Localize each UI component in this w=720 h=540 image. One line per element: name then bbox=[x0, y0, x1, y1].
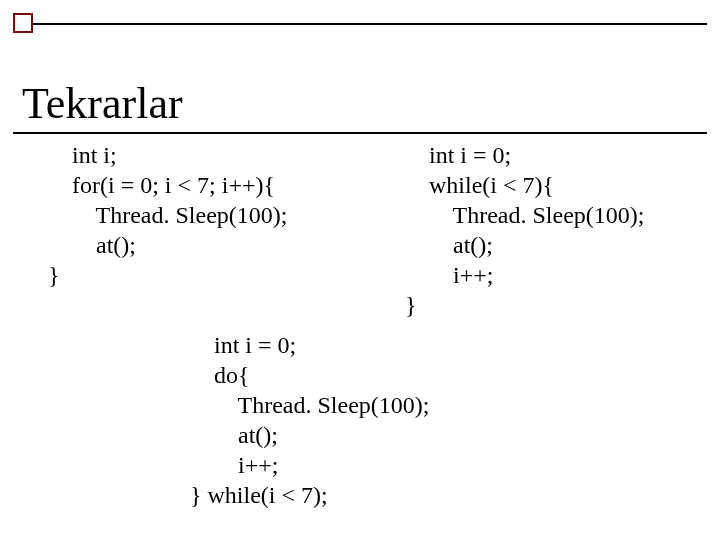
code-block-while: int i = 0; while(i < 7){ Thread. Sleep(1… bbox=[405, 140, 645, 320]
decoration-square bbox=[13, 13, 33, 33]
code-block-do: int i = 0; do{ Thread. Sleep(100); at();… bbox=[190, 330, 430, 510]
title-underline bbox=[13, 132, 707, 134]
slide-title: Tekrarlar bbox=[22, 78, 183, 129]
code-block-for: int i; for(i = 0; i < 7; i++){ Thread. S… bbox=[48, 140, 288, 290]
slide: Tekrarlar int i; for(i = 0; i < 7; i++){… bbox=[0, 0, 720, 540]
decoration-top-line bbox=[33, 23, 707, 25]
